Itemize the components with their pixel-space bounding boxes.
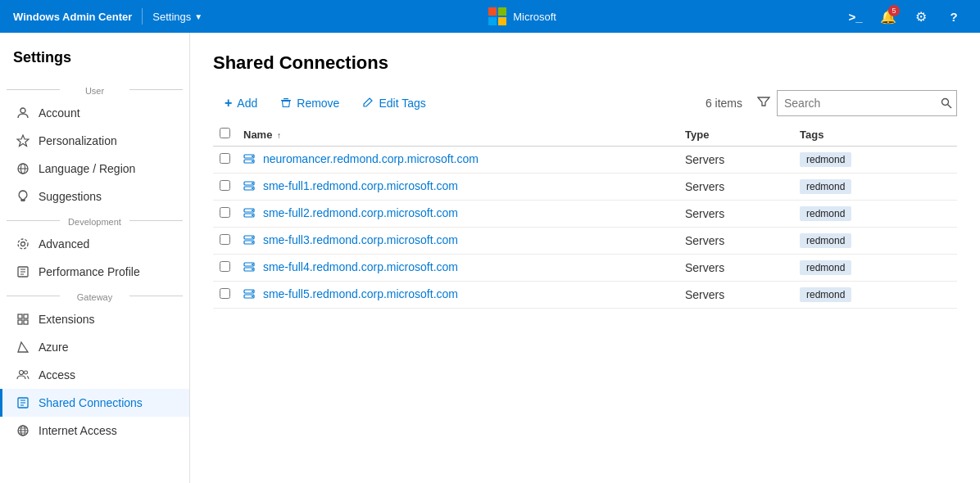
svg-rect-0 [488, 7, 497, 16]
settings-gear-button[interactable]: ⚙ [908, 3, 934, 29]
remove-button[interactable]: Remove [269, 92, 351, 115]
table-row: sme-full1.redmond.corp.microsoft.com Ser… [213, 174, 957, 201]
tag-badge: redmond [800, 287, 851, 302]
svg-point-47 [252, 210, 253, 211]
server-icon [243, 288, 255, 302]
row-name[interactable]: sme-full2.redmond.corp.microsoft.com [263, 206, 458, 219]
extensions-label: Extensions [39, 313, 94, 326]
account-icon [16, 106, 30, 120]
svg-rect-17 [24, 314, 28, 318]
sidebar-item-suggestions[interactable]: Suggestions [0, 183, 189, 210]
access-label: Access [39, 368, 75, 381]
svg-point-10 [21, 242, 25, 246]
table-row: sme-full4.redmond.corp.microsoft.com Ser… [213, 255, 957, 282]
app-layout: Settings User Account Personalization La… [0, 33, 980, 483]
row-name-cell: sme-full4.redmond.corp.microsoft.com [237, 255, 678, 282]
sidebar-item-shared-connections[interactable]: Shared Connections [0, 389, 189, 417]
nav-center: Microsoft [202, 7, 842, 25]
filter-button[interactable] [751, 92, 777, 115]
filter-icon [757, 95, 770, 108]
search-submit-button[interactable] [934, 91, 959, 115]
svg-point-55 [252, 264, 253, 265]
row-checkbox-cell [213, 282, 237, 309]
sidebar-item-advanced[interactable]: Advanced [0, 230, 189, 258]
table-row: neuromancer.redmond.corp.microsoft.com S… [213, 147, 957, 174]
row-name[interactable]: sme-full4.redmond.corp.microsoft.com [263, 260, 458, 273]
svg-rect-2 [488, 17, 497, 25]
account-label: Account [39, 106, 80, 120]
settings-nav-label: Settings [152, 11, 191, 23]
microsoft-logo [488, 7, 506, 25]
row-name[interactable]: sme-full3.redmond.corp.microsoft.com [263, 233, 458, 246]
row-type-cell: Servers [678, 147, 793, 174]
table-row: sme-full2.redmond.corp.microsoft.com Ser… [213, 201, 957, 228]
row-checkbox[interactable] [220, 288, 230, 299]
table-row: sme-full5.redmond.corp.microsoft.com Ser… [213, 282, 957, 309]
col-header-name[interactable]: Name ↑ [237, 123, 678, 147]
row-name-cell: sme-full2.redmond.corp.microsoft.com [237, 201, 678, 228]
table-header-row: Name ↑ Type Tags [213, 123, 957, 147]
app-brand: Windows Admin Center [13, 11, 132, 23]
help-button[interactable]: ? [941, 3, 967, 29]
svg-rect-33 [284, 98, 288, 99]
sidebar-item-personalization[interactable]: Personalization [0, 127, 189, 155]
row-name[interactable]: sme-full5.redmond.corp.microsoft.com [263, 287, 458, 300]
trash-icon [280, 97, 292, 111]
row-checkbox-cell [213, 147, 237, 174]
sidebar-item-performance-profile[interactable]: Performance Profile [0, 258, 189, 286]
select-all-checkbox[interactable] [220, 128, 230, 138]
tag-badge: redmond [800, 206, 851, 221]
edit-icon [362, 97, 374, 111]
row-name[interactable]: neuromancer.redmond.corp.microsoft.com [263, 152, 479, 165]
search-input[interactable] [778, 91, 934, 115]
sidebar-item-account[interactable]: Account [0, 99, 189, 127]
sidebar-item-language-region[interactable]: Language / Region [0, 155, 189, 183]
ms-logo-svg [488, 7, 506, 25]
svg-point-52 [252, 242, 253, 243]
row-name-cell: sme-full3.redmond.corp.microsoft.com [237, 228, 678, 255]
add-button[interactable]: + Add [213, 91, 269, 115]
terminal-button[interactable]: >_ [842, 3, 869, 29]
row-tags-cell: redmond [793, 174, 957, 201]
row-name-cell: sme-full1.redmond.corp.microsoft.com [237, 174, 678, 201]
sidebar-item-azure[interactable]: Azure [0, 333, 189, 361]
svg-line-36 [948, 105, 952, 109]
sidebar-section-gateway: Gateway [0, 286, 189, 305]
row-name[interactable]: sme-full1.redmond.corp.microsoft.com [263, 179, 458, 192]
remove-label: Remove [297, 97, 339, 110]
sidebar-item-extensions[interactable]: Extensions [0, 305, 189, 333]
notification-badge: 5 [888, 5, 900, 16]
edit-tags-label: Edit Tags [379, 97, 425, 110]
page-title: Shared Connections [213, 52, 957, 74]
notifications-button[interactable]: 🔔 5 [875, 3, 901, 29]
svg-point-60 [252, 296, 253, 297]
connections-table: Name ↑ Type Tags neuromancer.redmond.cor… [213, 123, 957, 309]
row-tags-cell: redmond [793, 201, 957, 228]
row-checkbox[interactable] [220, 234, 230, 245]
sidebar-item-access[interactable]: Access [0, 361, 189, 389]
settings-nav-link[interactable]: Settings ▼ [152, 11, 202, 23]
row-checkbox-cell [213, 228, 237, 255]
azure-icon [16, 340, 30, 354]
row-checkbox[interactable] [220, 153, 230, 164]
svg-point-39 [252, 156, 253, 157]
svg-point-40 [252, 160, 253, 162]
svg-point-4 [20, 108, 25, 113]
suggestions-icon [16, 189, 30, 204]
edit-tags-button[interactable]: Edit Tags [351, 92, 437, 115]
sidebar-item-internet-access[interactable]: Internet Access [0, 417, 189, 445]
search-icon [941, 97, 952, 109]
row-checkbox[interactable] [220, 207, 230, 218]
row-checkbox[interactable] [220, 261, 230, 272]
row-checkbox-cell [213, 174, 237, 201]
plus-icon: + [225, 96, 232, 111]
row-checkbox[interactable] [220, 180, 230, 191]
svg-marker-5 [17, 135, 29, 147]
azure-label: Azure [39, 341, 69, 354]
col-header-checkbox [213, 123, 237, 147]
row-checkbox-cell [213, 255, 237, 282]
sidebar-section-user: User [0, 79, 189, 99]
svg-rect-9 [21, 200, 25, 201]
svg-point-48 [252, 214, 253, 216]
svg-rect-16 [18, 314, 22, 318]
